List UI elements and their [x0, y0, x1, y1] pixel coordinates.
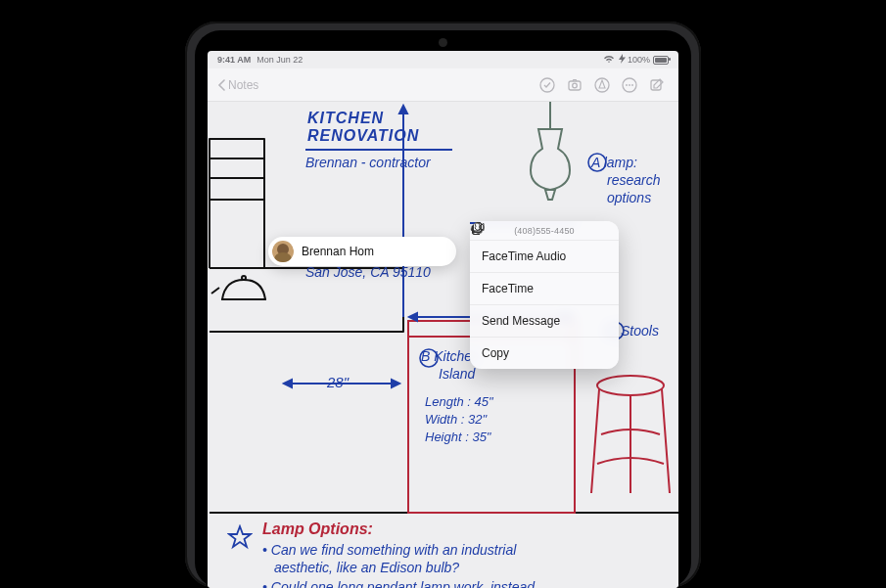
checkmark-tool[interactable] — [536, 73, 559, 97]
checkmark-circle-icon — [538, 76, 556, 94]
stage: 9:41 AM Mon Jun 22 100% Notes — [0, 0, 886, 588]
battery-percent: 100% — [628, 55, 650, 65]
hw-b1l2: aesthetic, like an Edison bulb? — [274, 560, 459, 575]
menu-label: Copy — [482, 346, 509, 360]
status-date: Mon Jun 22 — [256, 55, 303, 65]
markup-tool[interactable] — [590, 73, 614, 97]
hw-lampoptions: Lamp Options: — [262, 520, 373, 538]
context-menu-header: (408)555-4450 — [470, 221, 619, 241]
pencil-tip-circle-icon — [593, 76, 611, 94]
back-button[interactable]: Notes — [217, 78, 258, 92]
hw-island-len: Length : 45" — [425, 395, 493, 410]
status-bar: 9:41 AM Mon Jun 22 100% — [208, 51, 678, 68]
camera-icon — [566, 76, 583, 94]
svg-rect-21 — [474, 223, 482, 233]
chevron-left-icon — [217, 79, 225, 91]
status-time: 9:41 AM — [217, 55, 251, 65]
charging-icon — [619, 54, 626, 66]
svg-point-2 — [573, 83, 578, 88]
ipad-screen: 9:41 AM Mon Jun 22 100% Notes — [208, 51, 678, 588]
contact-name: Brennan Hom — [302, 245, 374, 258]
phone-context-menu: (408)555-4450 FaceTime Audio FaceTime Se… — [470, 221, 619, 369]
hw-title-l1: KITCHEN — [307, 110, 384, 127]
hw-title-l2: RENOVATION — [307, 127, 419, 145]
wifi-icon — [603, 55, 615, 66]
back-label: Notes — [228, 78, 258, 92]
hw-lamp-sub2: options — [607, 190, 651, 205]
hw-island-wid: Width : 32" — [425, 413, 487, 428]
hw-lamp-label: A lamp: — [591, 155, 637, 170]
more-tool[interactable] — [618, 73, 641, 97]
ellipsis-circle-icon — [621, 76, 638, 94]
menu-label: Send Message — [482, 314, 560, 328]
svg-point-6 — [629, 84, 630, 86]
video-icon — [591, 281, 607, 296]
hw-addr2: San Jose, CA 95110 — [305, 264, 431, 280]
menu-label: FaceTime — [482, 282, 534, 295]
svg-point-7 — [631, 84, 633, 86]
menu-facetime-audio[interactable]: FaceTime Audio — [470, 241, 619, 273]
menu-send-message[interactable]: Send Message — [470, 305, 619, 338]
menu-label: FaceTime Audio — [482, 249, 566, 263]
avatar — [272, 241, 294, 262]
phone-icon — [591, 249, 607, 264]
hw-b2l1: • Could one long pendant lamp work, inst… — [262, 579, 535, 588]
hw-contractor: Brennan - contractor — [305, 155, 431, 170]
message-bubble-icon — [591, 313, 607, 329]
battery-icon — [653, 56, 669, 65]
svg-point-9 — [242, 276, 246, 280]
compose-tool[interactable] — [645, 73, 669, 97]
hw-b1l1: • Can we find something with an industri… — [262, 542, 516, 558]
star-icon — [227, 524, 253, 550]
hw-28in: 28" — [327, 374, 349, 390]
note-canvas[interactable]: KITCHEN RENOVATION Brennan - contractor … — [208, 102, 678, 588]
menu-facetime[interactable]: FaceTime — [470, 273, 619, 305]
hw-lamp-sub1: research — [607, 172, 660, 188]
notes-navbar: Notes — [208, 68, 678, 102]
hw-island-sub: Island — [439, 366, 475, 382]
svg-rect-1 — [569, 81, 581, 90]
compose-icon — [648, 76, 666, 94]
svg-point-5 — [626, 84, 628, 86]
copy-icon — [591, 345, 607, 361]
contact-suggestion-pill[interactable]: Brennan Hom — [268, 237, 456, 266]
front-camera — [439, 38, 447, 47]
menu-copy[interactable]: Copy — [470, 338, 619, 369]
svg-point-11 — [597, 376, 664, 395]
hw-island-hei: Height : 35" — [425, 430, 491, 445]
camera-tool[interactable] — [563, 73, 586, 97]
